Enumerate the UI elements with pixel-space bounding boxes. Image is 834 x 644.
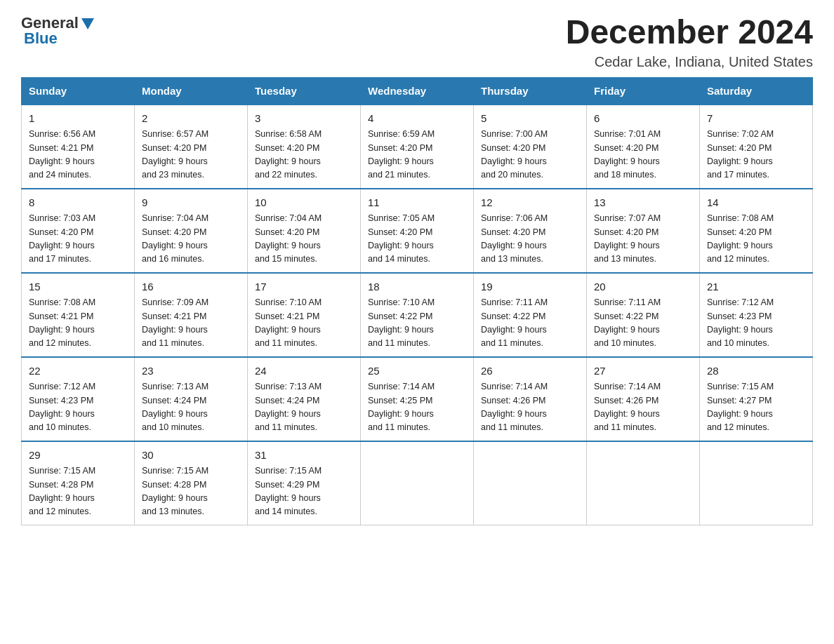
calendar-cell: 26Sunrise: 7:14 AMSunset: 4:26 PMDayligh… xyxy=(474,357,587,441)
calendar-cell: 8Sunrise: 7:03 AMSunset: 4:20 PMDaylight… xyxy=(22,189,135,273)
day-info: Sunrise: 7:15 AMSunset: 4:29 PMDaylight:… xyxy=(255,464,353,519)
day-number: 29 xyxy=(29,448,127,464)
col-header-sunday: Sunday xyxy=(22,77,135,105)
col-header-monday: Monday xyxy=(135,77,248,105)
calendar-cell: 11Sunrise: 7:05 AMSunset: 4:20 PMDayligh… xyxy=(361,189,474,273)
day-number: 26 xyxy=(481,363,579,380)
location-subtitle: Cedar Lake, Indiana, United States xyxy=(566,54,813,70)
calendar-week-row: 29Sunrise: 7:15 AMSunset: 4:28 PMDayligh… xyxy=(22,441,813,525)
calendar-week-row: 15Sunrise: 7:08 AMSunset: 4:21 PMDayligh… xyxy=(22,273,813,357)
day-info: Sunrise: 7:02 AMSunset: 4:20 PMDaylight:… xyxy=(707,128,805,182)
day-number: 30 xyxy=(142,448,240,464)
calendar-cell: 21Sunrise: 7:12 AMSunset: 4:23 PMDayligh… xyxy=(700,273,813,357)
day-number: 3 xyxy=(255,111,353,127)
day-number: 20 xyxy=(594,279,692,295)
day-info: Sunrise: 7:08 AMSunset: 4:20 PMDaylight:… xyxy=(707,212,805,267)
day-info: Sunrise: 7:01 AMSunset: 4:20 PMDaylight:… xyxy=(594,128,692,182)
day-info: Sunrise: 6:59 AMSunset: 4:20 PMDaylight:… xyxy=(368,128,466,182)
day-info: Sunrise: 7:14 AMSunset: 4:25 PMDaylight:… xyxy=(368,380,466,435)
day-info: Sunrise: 7:00 AMSunset: 4:20 PMDaylight:… xyxy=(481,128,579,182)
calendar-cell: 10Sunrise: 7:04 AMSunset: 4:20 PMDayligh… xyxy=(248,189,361,273)
col-header-friday: Friday xyxy=(587,77,700,105)
day-number: 23 xyxy=(142,363,240,380)
logo-blue: Blue xyxy=(24,29,58,48)
day-info: Sunrise: 7:12 AMSunset: 4:23 PMDaylight:… xyxy=(707,296,805,351)
calendar-cell: 23Sunrise: 7:13 AMSunset: 4:24 PMDayligh… xyxy=(135,357,248,441)
day-number: 4 xyxy=(368,111,466,127)
logo: General Blue xyxy=(21,14,94,48)
calendar-week-row: 22Sunrise: 7:12 AMSunset: 4:23 PMDayligh… xyxy=(22,357,813,441)
day-number: 11 xyxy=(368,195,466,211)
calendar-cell: 18Sunrise: 7:10 AMSunset: 4:22 PMDayligh… xyxy=(361,273,474,357)
day-number: 24 xyxy=(255,363,353,380)
calendar-cell: 13Sunrise: 7:07 AMSunset: 4:20 PMDayligh… xyxy=(587,189,700,273)
calendar-cell: 30Sunrise: 7:15 AMSunset: 4:28 PMDayligh… xyxy=(135,441,248,525)
day-number: 2 xyxy=(142,111,240,127)
day-info: Sunrise: 6:57 AMSunset: 4:20 PMDaylight:… xyxy=(142,128,240,182)
day-info: Sunrise: 7:04 AMSunset: 4:20 PMDaylight:… xyxy=(142,212,240,267)
calendar-cell: 24Sunrise: 7:13 AMSunset: 4:24 PMDayligh… xyxy=(248,357,361,441)
calendar-table: SundayMondayTuesdayWednesdayThursdayFrid… xyxy=(21,77,813,525)
day-number: 10 xyxy=(255,195,353,211)
day-number: 25 xyxy=(368,363,466,380)
col-header-saturday: Saturday xyxy=(700,77,813,105)
calendar-cell xyxy=(361,441,474,525)
col-header-tuesday: Tuesday xyxy=(248,77,361,105)
title-section: December 2024 Cedar Lake, Indiana, Unite… xyxy=(566,14,813,70)
day-info: Sunrise: 7:12 AMSunset: 4:23 PMDaylight:… xyxy=(29,380,127,435)
month-title: December 2024 xyxy=(566,14,813,51)
calendar-cell: 29Sunrise: 7:15 AMSunset: 4:28 PMDayligh… xyxy=(22,441,135,525)
calendar-cell: 25Sunrise: 7:14 AMSunset: 4:25 PMDayligh… xyxy=(361,357,474,441)
day-info: Sunrise: 7:15 AMSunset: 4:28 PMDaylight:… xyxy=(142,464,240,519)
day-number: 28 xyxy=(707,363,805,380)
day-number: 1 xyxy=(29,111,127,127)
calendar-cell: 16Sunrise: 7:09 AMSunset: 4:21 PMDayligh… xyxy=(135,273,248,357)
calendar-cell: 12Sunrise: 7:06 AMSunset: 4:20 PMDayligh… xyxy=(474,189,587,273)
day-info: Sunrise: 7:11 AMSunset: 4:22 PMDaylight:… xyxy=(481,296,579,351)
day-info: Sunrise: 6:56 AMSunset: 4:21 PMDaylight:… xyxy=(29,128,127,182)
calendar-cell: 22Sunrise: 7:12 AMSunset: 4:23 PMDayligh… xyxy=(22,357,135,441)
day-info: Sunrise: 7:15 AMSunset: 4:27 PMDaylight:… xyxy=(707,380,805,435)
day-info: Sunrise: 7:03 AMSunset: 4:20 PMDaylight:… xyxy=(29,212,127,267)
calendar-cell: 7Sunrise: 7:02 AMSunset: 4:20 PMDaylight… xyxy=(700,105,813,189)
page-header: General Blue December 2024 Cedar Lake, I… xyxy=(21,14,813,70)
day-info: Sunrise: 7:04 AMSunset: 4:20 PMDaylight:… xyxy=(255,212,353,267)
day-number: 27 xyxy=(594,363,692,380)
calendar-cell: 1Sunrise: 6:56 AMSunset: 4:21 PMDaylight… xyxy=(22,105,135,189)
day-number: 5 xyxy=(481,111,579,127)
day-number: 12 xyxy=(481,195,579,211)
calendar-week-row: 1Sunrise: 6:56 AMSunset: 4:21 PMDaylight… xyxy=(22,105,813,189)
day-number: 17 xyxy=(255,279,353,295)
calendar-cell: 9Sunrise: 7:04 AMSunset: 4:20 PMDaylight… xyxy=(135,189,248,273)
calendar-cell: 19Sunrise: 7:11 AMSunset: 4:22 PMDayligh… xyxy=(474,273,587,357)
calendar-cell: 28Sunrise: 7:15 AMSunset: 4:27 PMDayligh… xyxy=(700,357,813,441)
day-info: Sunrise: 7:14 AMSunset: 4:26 PMDaylight:… xyxy=(594,380,692,435)
day-number: 16 xyxy=(142,279,240,295)
day-number: 14 xyxy=(707,195,805,211)
calendar-cell: 3Sunrise: 6:58 AMSunset: 4:20 PMDaylight… xyxy=(248,105,361,189)
calendar-cell xyxy=(700,441,813,525)
day-info: Sunrise: 7:10 AMSunset: 4:22 PMDaylight:… xyxy=(368,296,466,351)
col-header-wednesday: Wednesday xyxy=(361,77,474,105)
day-info: Sunrise: 7:06 AMSunset: 4:20 PMDaylight:… xyxy=(481,212,579,267)
calendar-cell: 14Sunrise: 7:08 AMSunset: 4:20 PMDayligh… xyxy=(700,189,813,273)
day-number: 9 xyxy=(142,195,240,211)
day-number: 7 xyxy=(707,111,805,127)
day-number: 13 xyxy=(594,195,692,211)
calendar-cell xyxy=(474,441,587,525)
day-number: 19 xyxy=(481,279,579,295)
calendar-cell: 6Sunrise: 7:01 AMSunset: 4:20 PMDaylight… xyxy=(587,105,700,189)
col-header-thursday: Thursday xyxy=(474,77,587,105)
day-info: Sunrise: 7:05 AMSunset: 4:20 PMDaylight:… xyxy=(368,212,466,267)
day-number: 18 xyxy=(368,279,466,295)
calendar-week-row: 8Sunrise: 7:03 AMSunset: 4:20 PMDaylight… xyxy=(22,189,813,273)
day-number: 8 xyxy=(29,195,127,211)
day-info: Sunrise: 7:13 AMSunset: 4:24 PMDaylight:… xyxy=(142,380,240,435)
calendar-cell: 27Sunrise: 7:14 AMSunset: 4:26 PMDayligh… xyxy=(587,357,700,441)
day-info: Sunrise: 7:08 AMSunset: 4:21 PMDaylight:… xyxy=(29,296,127,351)
day-info: Sunrise: 7:09 AMSunset: 4:21 PMDaylight:… xyxy=(142,296,240,351)
day-number: 15 xyxy=(29,279,127,295)
day-number: 22 xyxy=(29,363,127,380)
day-info: Sunrise: 6:58 AMSunset: 4:20 PMDaylight:… xyxy=(255,128,353,182)
calendar-cell: 15Sunrise: 7:08 AMSunset: 4:21 PMDayligh… xyxy=(22,273,135,357)
